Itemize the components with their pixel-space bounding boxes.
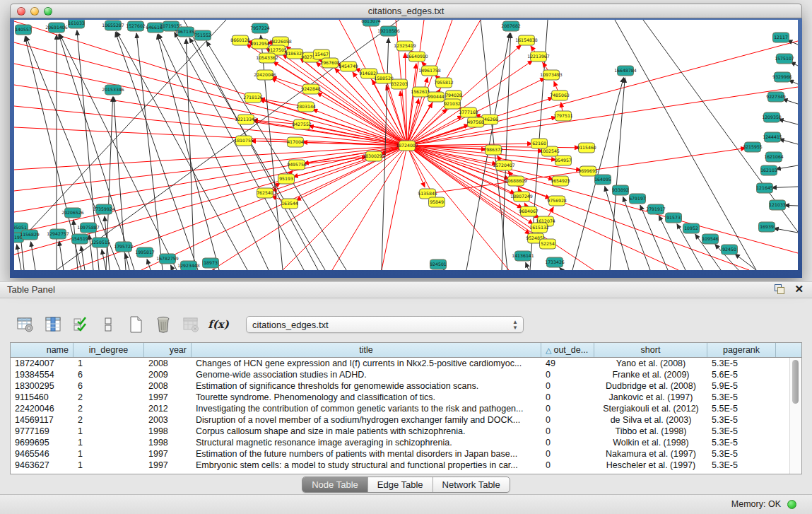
- graph-node[interactable]: 1244415: [763, 132, 782, 142]
- float-panel-icon[interactable]: [775, 284, 784, 294]
- vertical-scrollbar[interactable]: [789, 358, 801, 474]
- graph-node[interactable]: 497568: [467, 117, 484, 127]
- column-header-year[interactable]: year: [144, 343, 192, 357]
- graph-node[interactable]: 924501: [430, 259, 447, 269]
- graph-node[interactable]: 95193: [278, 174, 295, 184]
- tab-edge-table[interactable]: Edge Table: [368, 477, 433, 492]
- graph-node[interactable]: 1995817: [135, 247, 155, 257]
- graph-node[interactable]: 95849: [429, 197, 445, 207]
- graph-node[interactable]: 12117: [773, 33, 789, 42]
- table-row[interactable]: 2242004622012Investigating the contribut…: [11, 403, 801, 414]
- minimize-window-icon[interactable]: [30, 7, 39, 16]
- delete-table-icon[interactable]: [181, 315, 201, 334]
- graph-node[interactable]: 91573: [666, 213, 682, 223]
- column-header-in_degree[interactable]: in_degree: [73, 343, 144, 357]
- graph-node[interactable]: 16154838: [515, 35, 538, 45]
- select-column-icon[interactable]: [43, 315, 63, 334]
- column-visibility-icon[interactable]: [71, 315, 90, 334]
- graph-node[interactable]: 121033: [769, 200, 786, 210]
- table-row[interactable]: 977716911998Corpus callosum shape and si…: [11, 426, 801, 437]
- graph-node[interactable]: 417004: [287, 137, 304, 147]
- close-panel-icon[interactable]: ✕: [794, 284, 804, 294]
- graph-node[interactable]: 1527602: [126, 21, 146, 31]
- graph-node[interactable]: 2718126: [243, 93, 263, 103]
- column-header-pagerank[interactable]: pagerank: [707, 343, 776, 357]
- graph-node[interactable]: 1733426: [545, 257, 565, 267]
- window-titlebar[interactable]: citations_edges.txt: [10, 4, 802, 18]
- graph-node[interactable]: 10975887: [77, 223, 100, 233]
- graph-node[interactable]: 8454749: [339, 62, 358, 71]
- close-window-icon[interactable]: [17, 7, 25, 16]
- network-canvas[interactable]: 1872400786601288912954182260589127505105…: [14, 20, 798, 270]
- graph-node[interactable]: 8660128: [230, 35, 250, 45]
- graph-node[interactable]: 140557: [15, 25, 32, 35]
- column-header-short[interactable]: short: [594, 343, 707, 357]
- zoom-window-icon[interactable]: [44, 7, 52, 16]
- graph-node[interactable]: 954957: [555, 156, 572, 165]
- graph-node[interactable]: 62160: [531, 139, 548, 148]
- graph-node[interactable]: 2803144: [296, 102, 316, 112]
- table-row[interactable]: 946362711997Embryonic stem cells: a mode…: [11, 460, 801, 471]
- graph-node[interactable]: 20691406: [45, 23, 68, 33]
- graph-node[interactable]: 18300295: [363, 151, 385, 161]
- graph-node[interactable]: 12213343: [235, 115, 257, 124]
- graph-node[interactable]: 1810755: [234, 136, 254, 146]
- graph-node[interactable]: 832203: [391, 79, 408, 89]
- graph-node[interactable]: 19218586: [377, 26, 400, 36]
- graph-node[interactable]: 16648784: [614, 66, 637, 76]
- network-table-select[interactable]: citations_edges.txt▲▼: [246, 316, 524, 333]
- graph-node[interactable]: 17359924: [93, 204, 115, 214]
- graph-node[interactable]: 2967608: [320, 58, 340, 68]
- graph-node[interactable]: 92450: [722, 245, 738, 255]
- table-row[interactable]: 969969511998Structural magnetic resonanc…: [11, 437, 801, 448]
- new-table-icon[interactable]: [126, 315, 146, 334]
- column-header-name[interactable]: name: [11, 343, 73, 357]
- delete-column-icon[interactable]: [153, 315, 173, 334]
- graph-node[interactable]: 20153346: [102, 85, 124, 95]
- graph-node[interactable]: 9654923: [551, 176, 570, 186]
- graph-node[interactable]: 12923448: [177, 261, 200, 270]
- graph-node[interactable]: 7955812: [434, 78, 454, 88]
- graph-node[interactable]: 12942757: [47, 229, 69, 239]
- graph-node[interactable]: 12325419: [394, 41, 416, 51]
- graph-node[interactable]: 933892: [612, 185, 629, 195]
- graph-node[interactable]: 10688609: [505, 176, 527, 186]
- graph-node[interactable]: 10543362: [256, 53, 278, 63]
- graph-node[interactable]: 18973: [203, 258, 219, 268]
- graph-node[interactable]: 161033: [68, 20, 85, 28]
- graph-node[interactable]: 8215955: [743, 142, 763, 152]
- graph-node[interactable]: 16640910: [406, 52, 428, 62]
- graph-node[interactable]: 1250515: [90, 238, 110, 247]
- graph-node[interactable]: 20206526: [61, 208, 84, 218]
- table-row[interactable]: 946554611997Estimation of the future num…: [11, 448, 801, 460]
- table-row[interactable]: 1456911722003Disruption of a novel membe…: [11, 414, 801, 426]
- table-row[interactable]: 1830029562008Estimation of significance …: [11, 380, 801, 392]
- graph-node[interactable]: 7986372: [483, 145, 503, 155]
- graph-node[interactable]: 9699695: [578, 166, 598, 176]
- graph-node[interactable]: 2087682: [501, 21, 521, 31]
- graph-node[interactable]: 9684067: [519, 206, 539, 216]
- graph-node[interactable]: 18807249: [510, 192, 533, 201]
- graph-node[interactable]: 19671355: [175, 27, 197, 37]
- graph-node[interactable]: 9115460: [577, 143, 596, 153]
- graph-node[interactable]: 121645: [756, 183, 773, 193]
- graph-hub-node[interactable]: 18724007: [396, 141, 418, 151]
- graph-node[interactable]: 7957224: [250, 23, 270, 33]
- table-options-icon[interactable]: [16, 315, 35, 334]
- graph-node[interactable]: 12213967: [527, 52, 550, 62]
- graph-node[interactable]: 109546: [702, 234, 719, 244]
- graph-node[interactable]: 9495756: [287, 160, 307, 170]
- graph-node[interactable]: 751552: [194, 30, 211, 40]
- graph-node[interactable]: 15720407: [493, 160, 515, 170]
- tab-network-table[interactable]: Network Table: [433, 477, 510, 492]
- graph-node[interactable]: 921032: [444, 99, 461, 109]
- graph-node[interactable]: 1615132: [529, 223, 549, 233]
- graph-node[interactable]: 762540: [257, 188, 273, 198]
- table-row[interactable]: 911546021997Tourette syndrome. Phenomeno…: [11, 392, 801, 403]
- graph-node[interactable]: 679197: [629, 194, 646, 204]
- column-header-out_de[interactable]: △out_de...: [541, 343, 594, 357]
- graph-node[interactable]: 8813074: [361, 20, 381, 26]
- graph-node[interactable]: 14136141: [512, 251, 534, 261]
- graph-node[interactable]: 1156829: [20, 230, 40, 240]
- graph-node[interactable]: 1209358: [762, 112, 782, 122]
